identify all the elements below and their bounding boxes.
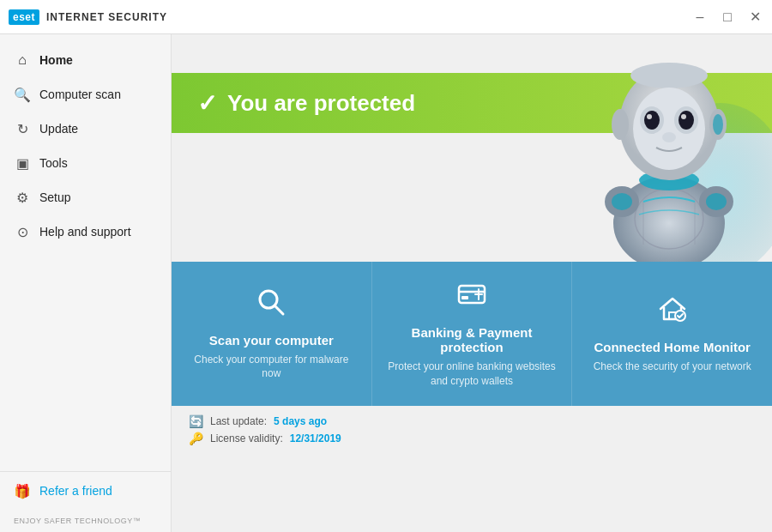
sidebar-item-tools[interactable]: ▣Tools (0, 146, 171, 180)
maximize-button[interactable]: □ (719, 9, 736, 26)
close-button[interactable]: ✕ (746, 9, 763, 26)
feature-home-monitor-title: Connected Home Monitor (594, 340, 751, 354)
sidebar-item-help-support[interactable]: ⊙Help and support (0, 215, 171, 249)
main-layout: ⌂Home🔍Computer scan↻Update▣Tools⚙Setup⊙H… (0, 34, 772, 532)
protected-text: You are protected (227, 90, 415, 117)
content-area: ✓ You are protected (172, 34, 772, 532)
tools-icon: ▣ (14, 154, 31, 172)
hero-banner: ✓ You are protected (172, 34, 772, 262)
status-bar: 🔄 Last update: 5 days ago 🔑 License vali… (172, 406, 772, 532)
feature-home-monitor-desc: Check the security of your network (594, 360, 751, 374)
setup-label: Setup (39, 190, 71, 204)
minimize-button[interactable]: – (691, 9, 709, 26)
last-update-row: 🔄 Last update: 5 days ago (189, 414, 755, 428)
update-icon: ↻ (14, 120, 31, 137)
feature-banking-title: Banking & Payment protection (385, 325, 559, 354)
sidebar: ⌂Home🔍Computer scan↻Update▣Tools⚙Setup⊙H… (0, 34, 172, 532)
svg-point-21 (612, 109, 629, 140)
refer-icon: 🎁 (14, 482, 31, 499)
svg-rect-28 (461, 296, 468, 299)
sidebar-footer: ENJOY SAFER TECHNOLOGY™ (0, 510, 171, 532)
license-value: 12/31/2019 (290, 432, 341, 444)
setup-icon: ⚙ (14, 189, 31, 206)
computer-scan-icon: 🔍 (14, 86, 31, 103)
feature-scan[interactable]: Scan your computerCheck your computer fo… (172, 262, 372, 406)
eset-brand: eset (9, 9, 39, 25)
license-icon: 🔑 (189, 432, 203, 445)
computer-scan-label: Computer scan (39, 88, 121, 101)
svg-line-25 (274, 305, 283, 314)
help-support-icon: ⊙ (14, 223, 31, 240)
sidebar-item-refer-friend[interactable]: 🎁 Refer a friend (0, 471, 171, 510)
home-label: Home (39, 53, 73, 67)
license-label: License validity: (210, 432, 283, 444)
sidebar-item-home[interactable]: ⌂Home (0, 43, 171, 77)
last-update-label: Last update: (210, 415, 267, 427)
svg-point-20 (662, 132, 676, 142)
svg-point-17 (679, 111, 694, 130)
window-controls: – □ ✕ (691, 9, 763, 26)
refer-label: Refer a friend (39, 484, 112, 498)
svg-point-23 (713, 114, 723, 135)
feature-banking-desc: Protect your online banking websites and… (385, 360, 559, 389)
feature-home-monitor-icon (657, 293, 688, 331)
help-support-label: Help and support (39, 225, 131, 239)
update-label: Update (39, 122, 78, 136)
license-row: 🔑 License validity: 12/31/2019 (189, 432, 755, 445)
check-icon: ✓ (197, 89, 217, 118)
update-icon: 🔄 (189, 414, 203, 428)
app-title: INTERNET SECURITY (46, 11, 167, 23)
feature-banking[interactable]: Banking & Payment protectionProtect your… (372, 262, 573, 406)
svg-point-8 (612, 193, 632, 210)
feature-scan-title: Scan your computer (209, 333, 334, 348)
feature-scan-icon (256, 287, 286, 324)
sidebar-item-update[interactable]: ↻Update (0, 112, 171, 146)
svg-point-18 (647, 114, 652, 119)
titlebar: eset INTERNET SECURITY – □ ✕ (0, 0, 772, 34)
sidebar-item-setup[interactable]: ⚙Setup (0, 180, 171, 215)
svg-point-16 (644, 111, 660, 130)
home-icon: ⌂ (14, 51, 31, 69)
features-bar: Scan your computerCheck your computer fo… (172, 262, 772, 406)
feature-banking-icon (456, 279, 487, 317)
svg-point-12 (630, 63, 708, 88)
feature-scan-desc: Check your computer for malware now (184, 353, 359, 382)
feature-home-monitor[interactable]: Connected Home MonitorCheck the security… (572, 262, 772, 406)
tools-label: Tools (39, 156, 68, 170)
svg-point-9 (706, 193, 727, 210)
robot-illustration (566, 34, 772, 262)
last-update-value: 5 days ago (274, 415, 327, 427)
svg-point-19 (681, 114, 686, 119)
app-logo: eset INTERNET SECURITY (9, 9, 167, 25)
sidebar-item-computer-scan[interactable]: 🔍Computer scan (0, 77, 171, 112)
